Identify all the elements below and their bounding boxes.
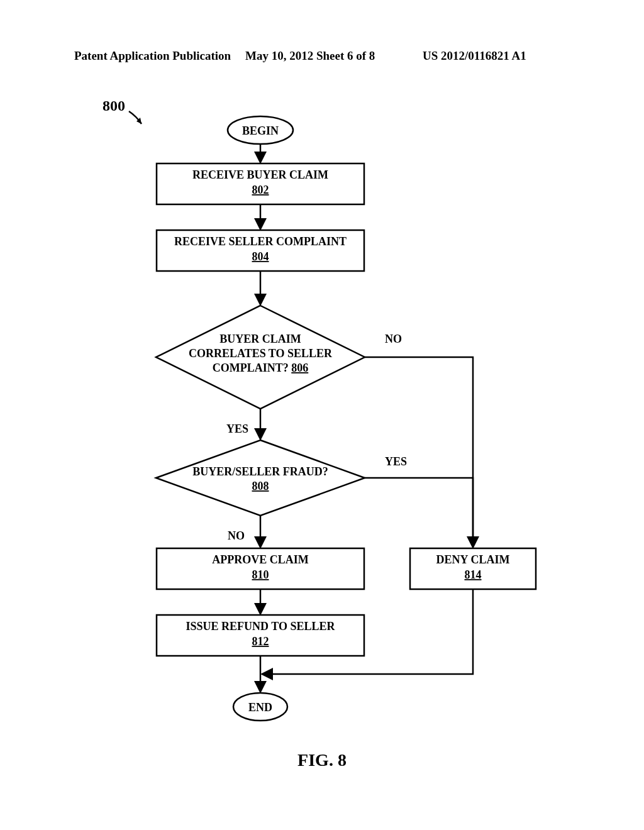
step-802-ref: 802 [252, 184, 269, 196]
step-814-text: DENY CLAIM [436, 553, 510, 566]
dec-806-l1: BUYER CLAIM [219, 333, 301, 345]
figure-label: FIG. 8 [0, 750, 644, 770]
step-810-ref: 810 [252, 568, 269, 581]
step-814-ref: 814 [465, 568, 482, 581]
dec-808-yes-label: YES [385, 455, 407, 468]
dec-808-no-label: NO [228, 529, 245, 542]
dec-808-ref: 808 [252, 480, 269, 492]
step-804-ref: 804 [252, 250, 269, 263]
flowchart: BEGIN RECEIVE BUYER CLAIM 802 RECEIVE SE… [0, 0, 644, 830]
begin-label: BEGIN [242, 124, 279, 137]
end-label: END [248, 701, 272, 714]
dec-806-l2: CORRELATES TO SELLER [189, 347, 333, 360]
step-812-text: ISSUE REFUND TO SELLER [186, 620, 336, 633]
decision-808 [156, 440, 365, 516]
dec-806-l3: COMPLAINT? 806 [213, 362, 309, 374]
dec-806-yes-label: YES [226, 423, 248, 435]
step-804-text: RECEIVE SELLER COMPLAINT [174, 235, 347, 248]
step-812-ref: 812 [252, 635, 269, 648]
step-810-text: APPROVE CLAIM [212, 553, 309, 566]
dec-808-l1: BUYER/SELLER FRAUD? [192, 465, 328, 478]
dec-806-no-label: NO [385, 333, 402, 345]
step-802-text: RECEIVE BUYER CLAIM [192, 169, 328, 181]
